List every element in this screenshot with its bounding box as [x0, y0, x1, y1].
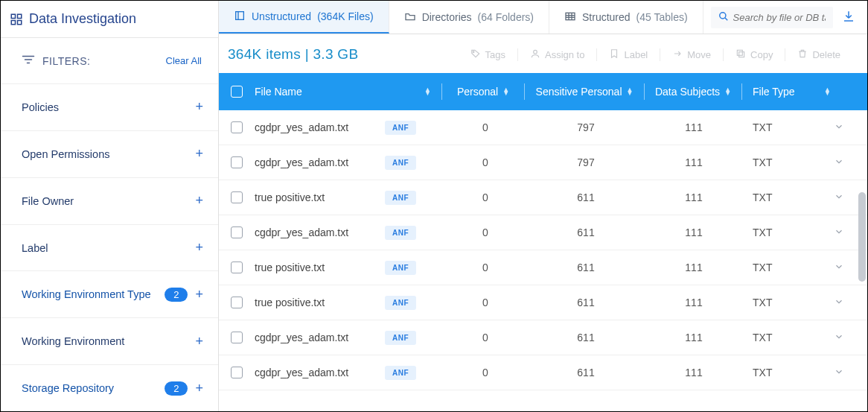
personal-cell: 0: [444, 297, 526, 308]
row-checkbox[interactable]: [231, 332, 243, 343]
row-checkbox[interactable]: [231, 262, 243, 273]
filetype-cell: TXT: [742, 297, 824, 308]
table-row[interactable]: cgdpr_yes_adam.txtANF0611111TXT: [219, 355, 867, 390]
svg-rect-0: [11, 14, 15, 18]
filter-item[interactable]: Label+: [1, 224, 218, 271]
scrollbar-thumb[interactable]: [858, 192, 866, 282]
download-button[interactable]: [837, 5, 860, 30]
delete-action[interactable]: Delete: [785, 48, 852, 61]
tab-label: Unstructured: [252, 10, 311, 22]
expand-row-button[interactable]: [824, 156, 854, 169]
clear-all-button[interactable]: Clear All: [166, 55, 202, 66]
table-row[interactable]: true positive.txtANF0611111TXT: [219, 250, 867, 285]
tab-directories[interactable]: Directories (64 Folders): [389, 1, 549, 34]
filetype-cell: TXT: [742, 367, 824, 378]
filetype-cell: TXT: [742, 262, 824, 273]
col-personal[interactable]: Personal ▲▼: [442, 86, 524, 98]
tab-count: (45 Tables): [636, 11, 688, 23]
svg-line-14: [725, 18, 727, 20]
filter-label: Label: [22, 242, 48, 254]
filter-count-badge: 2: [165, 381, 188, 396]
sensitive-cell: 611: [526, 367, 645, 378]
tags-action[interactable]: Tags: [459, 48, 517, 61]
filter-item[interactable]: Open Permissions+: [1, 130, 218, 177]
svg-rect-3: [18, 20, 22, 24]
search-box[interactable]: [711, 7, 833, 28]
expand-filter-button[interactable]: +: [195, 381, 203, 396]
expand-row-button[interactable]: [824, 226, 854, 239]
filter-item[interactable]: Storage Repository2+: [1, 364, 218, 411]
subjects-cell: 111: [645, 332, 742, 343]
expand-filter-button[interactable]: +: [195, 193, 203, 209]
row-checkbox[interactable]: [231, 156, 243, 168]
filetype-cell: TXT: [742, 226, 824, 238]
tab-unstructured[interactable]: Unstructured (364K Files): [219, 1, 389, 34]
source-tag: ANF: [385, 191, 416, 205]
filter-label: Open Permissions: [22, 148, 109, 160]
expand-filter-button[interactable]: +: [195, 334, 203, 349]
tag-icon: [470, 48, 481, 61]
expand-row-button[interactable]: [824, 367, 854, 379]
expand-row-button[interactable]: [824, 332, 854, 344]
label-action[interactable]: Label: [596, 48, 660, 61]
sort-icon: ▲▼: [724, 88, 731, 96]
table-row[interactable]: true positive.txtANF0611111TXT: [219, 180, 867, 215]
search-input[interactable]: [733, 12, 826, 23]
expand-row-button[interactable]: [824, 297, 854, 309]
sort-icon[interactable]: ▲▼: [382, 88, 441, 96]
row-checkbox[interactable]: [231, 191, 243, 203]
search-area: [703, 1, 867, 34]
expand-row-button[interactable]: [824, 262, 854, 274]
filter-label: Policies: [22, 101, 59, 113]
filter-count-badge: 2: [165, 288, 188, 302]
col-file-name[interactable]: File Name: [255, 86, 382, 98]
table-row[interactable]: cgdpr_yes_adam.txtANF0611111TXT: [219, 215, 867, 250]
source-tag: ANF: [385, 121, 416, 135]
expand-row-button[interactable]: [824, 121, 854, 134]
sensitive-cell: 611: [526, 191, 645, 203]
sidebar: Data Investigation FILTERS: Clear All Po…: [1, 1, 219, 411]
expand-filter-button[interactable]: +: [195, 240, 203, 256]
move-action[interactable]: Move: [660, 48, 723, 61]
expand-filter-button[interactable]: +: [195, 287, 203, 302]
sensitive-cell: 797: [526, 121, 645, 133]
file-name-cell: true positive.txt: [255, 262, 325, 273]
filetype-cell: TXT: [742, 332, 824, 343]
filetype-cell: TXT: [742, 156, 824, 168]
svg-rect-18: [737, 50, 742, 55]
row-checkbox[interactable]: [231, 121, 243, 133]
row-checkbox[interactable]: [231, 367, 243, 378]
table-row[interactable]: true positive.txtANF0611111TXT: [219, 285, 867, 320]
select-all-checkbox[interactable]: [231, 86, 243, 98]
filter-item[interactable]: File Owner+: [1, 177, 218, 224]
col-subjects[interactable]: Data Subjects ▲▼: [645, 86, 741, 98]
filter-item[interactable]: Policies+: [1, 83, 218, 130]
svg-rect-1: [18, 14, 22, 18]
filter-label: File Owner: [22, 195, 74, 207]
item-summary: 364K items | 3.3 GB: [228, 46, 358, 63]
expand-filter-button[interactable]: +: [195, 146, 203, 162]
copy-action[interactable]: Copy: [723, 48, 785, 61]
search-icon: [718, 11, 729, 24]
row-checkbox[interactable]: [231, 297, 243, 308]
table-row[interactable]: cgdpr_yes_adam.txtANF0797111TXT: [219, 145, 867, 180]
assign-action[interactable]: Assign to: [517, 48, 596, 61]
col-sensitive[interactable]: Sensitive Personal ▲▼: [525, 86, 644, 98]
sensitive-cell: 611: [526, 332, 645, 343]
tab-structured[interactable]: Structured (45 Tables): [549, 1, 703, 34]
data-table: File Name ▲▼ Personal ▲▼ Sensitive Perso…: [219, 73, 867, 411]
filter-item[interactable]: Working Environment Type2+: [1, 270, 218, 317]
col-file-type[interactable]: File Type: [742, 86, 824, 98]
filter-item[interactable]: Working Environment+: [1, 317, 218, 364]
copy-icon: [735, 48, 746, 61]
expand-row-button[interactable]: [824, 191, 854, 204]
svg-point-16: [534, 50, 537, 54]
row-checkbox[interactable]: [231, 226, 243, 238]
table-row[interactable]: cgdpr_yes_adam.txtANF0611111TXT: [219, 320, 867, 355]
table-row[interactable]: cgdpr_yes_adam.txtANF0797111TXT: [219, 110, 867, 145]
source-tag: ANF: [385, 366, 416, 380]
filter-label: Working Environment: [22, 335, 124, 347]
sensitive-cell: 611: [526, 262, 645, 273]
source-tag: ANF: [385, 156, 416, 170]
expand-filter-button[interactable]: +: [195, 99, 203, 115]
